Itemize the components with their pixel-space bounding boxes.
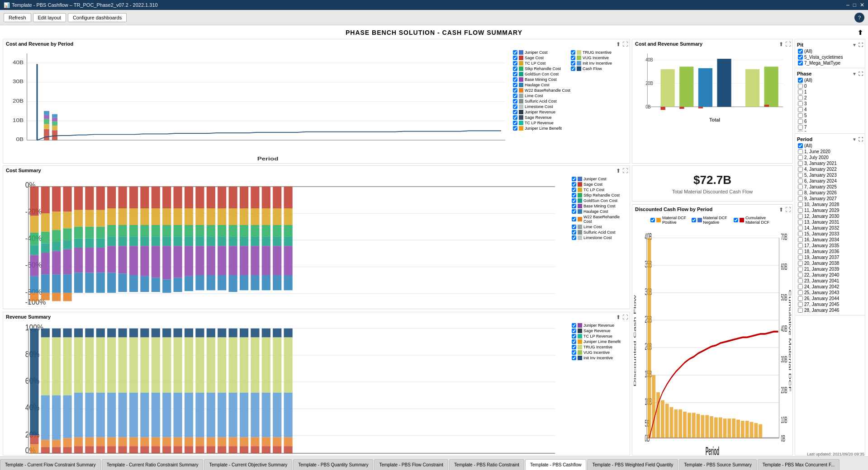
- expand-cost-icon[interactable]: ⛶: [622, 168, 628, 174]
- share-summary-icon[interactable]: ⬆: [779, 41, 783, 47]
- period-4-checkbox[interactable]: [798, 167, 803, 172]
- period-expand-icon[interactable]: ⛶: [859, 137, 863, 142]
- svg-rect-198: [273, 275, 281, 290]
- cost-revenue-period-title: Cost and Revenue by Period: [3, 39, 630, 48]
- phase-5-checkbox[interactable]: [798, 113, 803, 118]
- phase-7-checkbox[interactable]: [798, 125, 803, 130]
- period-3-checkbox[interactable]: [798, 161, 803, 166]
- phase-1-checkbox[interactable]: [798, 89, 803, 94]
- expand-panel-icon[interactable]: ⛶: [622, 41, 628, 47]
- period-9-checkbox[interactable]: [798, 196, 803, 201]
- period-8-checkbox[interactable]: [798, 190, 803, 195]
- period-23-checkbox[interactable]: [798, 278, 803, 283]
- period-11-checkbox[interactable]: [798, 208, 803, 213]
- tab-pbs-cashflow[interactable]: Template - PBS Cashflow: [525, 459, 586, 470]
- svg-rect-143: [174, 246, 182, 277]
- tab-pbs-flow[interactable]: Template - PBS Flow Constraint: [374, 459, 448, 470]
- refresh-button[interactable]: Refresh: [4, 13, 31, 22]
- share-panel-icon[interactable]: ⬆: [616, 41, 621, 47]
- svg-rect-379: [714, 418, 718, 438]
- restore-button[interactable]: □: [853, 2, 856, 8]
- svg-rect-234: [63, 438, 71, 447]
- period-26-checkbox[interactable]: [798, 296, 803, 301]
- tab-pbs-quantity[interactable]: Template - PBS Quantity Summary: [293, 459, 373, 470]
- expand-revenue-icon[interactable]: ⛶: [622, 314, 628, 320]
- tab-current-ratio[interactable]: Template - Current Ratio Constraint Summ…: [102, 459, 204, 470]
- svg-rect-154: [195, 237, 204, 246]
- svg-rect-93: [85, 227, 94, 239]
- period-all-checkbox[interactable]: [798, 143, 803, 148]
- dcf-chart-container: 40B 35B 30B 25B 20B 15B 10B 5B 0B: [632, 226, 792, 455]
- help-button[interactable]: ?: [854, 13, 864, 23]
- phase-3-checkbox[interactable]: [798, 101, 803, 106]
- phase-0-checkbox[interactable]: [798, 84, 803, 89]
- share-icon[interactable]: ⬆: [858, 29, 863, 36]
- share-cost-icon[interactable]: ⬆: [616, 168, 621, 174]
- main-content: PHASE BENCH SOLUTION - CASH FLOW SUMMARY…: [0, 25, 868, 456]
- close-button[interactable]: ✕: [860, 2, 864, 8]
- share-dcf-icon[interactable]: ⬆: [779, 207, 783, 213]
- period-10-checkbox[interactable]: [798, 202, 803, 207]
- period-27-checkbox[interactable]: [798, 302, 803, 307]
- period-25-checkbox[interactable]: [798, 290, 803, 295]
- pit-filter-icon[interactable]: ▼: [852, 42, 857, 47]
- tab-current-objective[interactable]: Template - Current Objective Summary: [204, 459, 292, 470]
- phase-4-checkbox[interactable]: [798, 107, 803, 112]
- phase-6-checkbox[interactable]: [798, 119, 803, 124]
- period-22-checkbox[interactable]: [798, 273, 803, 277]
- period-17-checkbox[interactable]: [798, 243, 803, 248]
- phase-all-checkbox[interactable]: [798, 78, 803, 83]
- period-16-checkbox[interactable]: [798, 237, 803, 242]
- dcf-panel: $72.7B Total Material Discounted Cash Fl…: [631, 164, 794, 456]
- period-28-checkbox[interactable]: [798, 308, 803, 313]
- period-13-checkbox[interactable]: [798, 220, 803, 225]
- expand-summary-icon[interactable]: ⛶: [785, 41, 791, 47]
- phase-8-checkbox[interactable]: [798, 131, 803, 132]
- period-1-checkbox[interactable]: [798, 149, 803, 154]
- tab-pbs-weighted[interactable]: Template - PBS Weighted Field Quantity: [587, 459, 678, 470]
- minimize-button[interactable]: –: [846, 2, 849, 8]
- edit-layout-button[interactable]: Edit layout: [33, 13, 66, 22]
- period-20-checkbox[interactable]: [798, 261, 803, 266]
- phase-2-checkbox[interactable]: [798, 95, 803, 100]
- phase-filter-icon[interactable]: ▼: [852, 71, 857, 76]
- period-19-checkbox[interactable]: [798, 255, 803, 260]
- pit-vista-checkbox[interactable]: [798, 55, 803, 60]
- period-21-checkbox[interactable]: [798, 267, 803, 272]
- svg-rect-90: [74, 273, 83, 292]
- svg-rect-41: [698, 107, 703, 108]
- tab-current-flow[interactable]: Template - Current Flow Constraint Summa…: [0, 459, 101, 470]
- configure-dashboards-button[interactable]: Configure dashboards: [68, 13, 127, 22]
- phase-expand-icon[interactable]: ⛶: [859, 71, 863, 76]
- tab-pbs-source[interactable]: Template - PBS Source Summary: [679, 459, 757, 470]
- tab-pbs-ratio[interactable]: Template - PBS Ratio Constraint: [449, 459, 524, 470]
- svg-rect-365: [652, 375, 655, 438]
- period-6-checkbox[interactable]: [798, 179, 803, 183]
- period-24-checkbox[interactable]: [798, 284, 803, 289]
- svg-rect-160: [207, 237, 215, 246]
- pit-all-checkbox[interactable]: [798, 49, 803, 54]
- tab-pbs-max-concurrent[interactable]: Template - PBS Max Concurrent F...: [758, 459, 840, 470]
- period-14-checkbox[interactable]: [798, 226, 803, 230]
- period-filter-icon[interactable]: ▼: [852, 137, 857, 142]
- period-filter-section: Period ▼ ⛶ (All) 1, June 2020 2, July 20…: [795, 134, 865, 315]
- period-5-checkbox[interactable]: [798, 173, 803, 178]
- expand-dcf-icon[interactable]: ⛶: [785, 207, 791, 213]
- period-12-checkbox[interactable]: [798, 214, 803, 219]
- svg-rect-300: [207, 446, 215, 453]
- period-7-checkbox[interactable]: [798, 184, 803, 189]
- svg-rect-311: [240, 329, 248, 338]
- share-revenue-icon[interactable]: ⬆: [616, 314, 621, 320]
- svg-rect-122: [140, 208, 149, 225]
- svg-rect-275: [152, 446, 160, 453]
- period-15-checkbox[interactable]: [798, 231, 803, 236]
- svg-rect-95: [85, 248, 94, 273]
- svg-rect-257: [118, 338, 127, 393]
- svg-rect-373: [688, 413, 691, 438]
- pit-expand-icon[interactable]: ⛶: [859, 42, 863, 47]
- period-18-checkbox[interactable]: [798, 249, 803, 254]
- pit-mega-checkbox[interactable]: [798, 61, 803, 66]
- window-controls[interactable]: – □ ✕: [846, 2, 864, 8]
- svg-rect-254: [107, 437, 116, 446]
- period-2-checkbox[interactable]: [798, 155, 803, 160]
